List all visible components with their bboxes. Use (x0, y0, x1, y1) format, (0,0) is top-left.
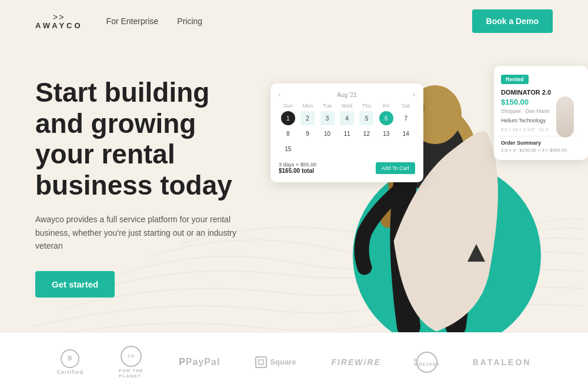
hero-section: Start building and growing your rental b… (0, 42, 588, 332)
square-icon (255, 356, 267, 368)
nav-enterprise[interactable]: For Enterprise (106, 16, 159, 26)
nav-links: For Enterprise Pricing (106, 16, 472, 26)
cal-date-10[interactable]: 10 (320, 126, 335, 141)
cal-date-2[interactable]: 2 (300, 111, 315, 125)
nav-pricing[interactable]: Pricing (177, 16, 202, 26)
order-summary-title: Order Summary (501, 140, 581, 146)
product-card: Rented DOMINATOR 2.0 $150.00 Shopper · D… (494, 66, 588, 160)
cal-date-6[interactable]: 6 (379, 111, 393, 125)
cal-date-14[interactable]: 14 (399, 126, 413, 141)
calendar-footer: 3 days × $55.00 $165.00 total Add To Car… (279, 162, 415, 174)
cal-date-11[interactable]: 11 (340, 126, 354, 141)
partner-square: Square (255, 356, 296, 368)
cal-month: Aug '21 (337, 92, 357, 98)
cal-date-9[interactable]: 9 (300, 126, 315, 141)
logo-symbol: >> (53, 13, 65, 21)
partner-paypal: PPayPal (179, 357, 220, 367)
bcorp-label: Certified (57, 369, 84, 375)
navbar: >> AWAYCO For Enterprise Pricing Book a … (0, 0, 588, 42)
oneplanet-label: FOR THEPLANET (119, 368, 143, 379)
cal-date-13[interactable]: 13 (379, 126, 393, 141)
product-image (556, 96, 574, 138)
paypal-p2: PayPal (186, 357, 220, 367)
logo[interactable]: >> AWAYCO (35, 13, 83, 30)
partner-oneplanet: 1% FOR THEPLANET (119, 346, 143, 379)
hero-subtitle: Awayco provides a full service platform … (35, 213, 247, 252)
cal-date-7[interactable]: 7 (399, 111, 413, 125)
order-line: 2.6 × 3 · $150.00 × 3 = $450.00 (501, 148, 581, 153)
nidecker-label: N NIDECKER (413, 358, 440, 366)
logo-text: AWAYCO (35, 21, 83, 30)
cal-next[interactable]: › (413, 92, 415, 98)
cal-date-12[interactable]: 12 (359, 126, 373, 141)
partner-bcorp: B Certified (57, 349, 84, 375)
calendar-dates[interactable]: 1 2 3 4 5 6 7 8 9 10 11 12 13 14 15 (279, 111, 415, 156)
calendar-header: ‹ Aug '21 › (279, 92, 415, 98)
hero-content: Start building and growing your rental b… (0, 42, 294, 332)
calendar-days: SunMonTueWedThuFriSat (279, 103, 415, 109)
rented-badge: Rented (501, 75, 529, 84)
partner-nidecker: N NIDECKER (416, 352, 437, 373)
add-to-cart-button[interactable]: Add To Cart (376, 162, 415, 174)
partners-bar: B Certified 1% FOR THEPLANET PPayPal Squ… (0, 332, 588, 391)
svg-rect-3 (259, 360, 263, 365)
bataleon-label: BATALEON (473, 357, 532, 367)
product-name: DOMINATOR 2.0 (501, 89, 581, 96)
partner-bataleon: BATALEON (473, 357, 532, 367)
square-label: Square (270, 357, 296, 366)
cal-date-5[interactable]: 5 (359, 111, 373, 125)
bcorp-logo: B (61, 349, 79, 368)
get-started-button[interactable]: Get started (35, 271, 115, 298)
cal-date-3[interactable]: 3 (320, 111, 335, 125)
cal-date-4[interactable]: 4 (340, 111, 354, 125)
oneplanet-logo: 1% (121, 346, 142, 367)
paypal-p1: P (179, 357, 186, 367)
partner-firewire: FIREWiRE (331, 357, 380, 367)
firewire-label: FIREWiRE (331, 357, 380, 367)
book-demo-button[interactable]: Book a Demo (472, 9, 553, 33)
hero-title: Start building and growing your rental b… (35, 77, 259, 202)
